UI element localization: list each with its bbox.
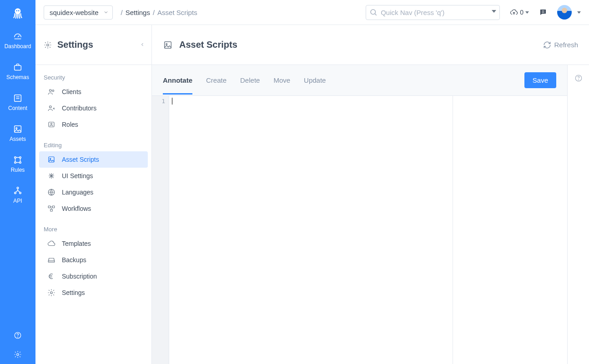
- sidebar-item-dashboard[interactable]: Dashboard: [0, 25, 35, 56]
- svg-point-38: [50, 292, 53, 294]
- nav-item-workflows[interactable]: Workflows: [39, 200, 148, 217]
- user-arrow-icon: [47, 104, 55, 112]
- nav-item-settings[interactable]: Settings: [39, 284, 148, 301]
- editor-code-area[interactable]: [169, 96, 453, 364]
- tab-update[interactable]: Update: [304, 66, 326, 94]
- refresh-icon: [543, 41, 551, 49]
- svg-rect-29: [49, 157, 54, 162]
- svg-point-8: [16, 128, 17, 129]
- nav-item-clients[interactable]: Clients: [39, 84, 148, 100]
- help-panel-button[interactable]: [574, 74, 583, 84]
- content-area: Asset Scripts Refresh Annotate Create De…: [152, 25, 589, 364]
- nav-item-label: Workflows: [62, 205, 91, 212]
- caret-down-icon: [525, 11, 529, 14]
- sidebar-item-label: API: [13, 198, 22, 204]
- sidebar-item-label: Schemas: [6, 74, 29, 80]
- gauge-icon: [13, 31, 23, 41]
- panel-title: Settings: [57, 40, 93, 50]
- primary-sidebar: Dashboard Schemas Content Assets Rules A…: [0, 0, 35, 364]
- tab-move[interactable]: Move: [273, 66, 290, 94]
- line-number: 1: [152, 98, 165, 105]
- euro-icon: [47, 272, 55, 280]
- nav-item-contributors[interactable]: Contributors: [39, 100, 148, 116]
- nav-item-ui-settings[interactable]: UI Settings: [39, 168, 148, 184]
- svg-point-25: [52, 90, 54, 92]
- tab-annotate[interactable]: Annotate: [163, 66, 192, 94]
- nav-item-languages[interactable]: Languages: [39, 184, 148, 200]
- section-label-security: Security: [35, 65, 151, 84]
- page-title: Asset Scripts: [179, 40, 537, 50]
- svg-rect-35: [48, 261, 55, 262]
- nav-item-label: Templates: [62, 240, 91, 247]
- svg-point-42: [578, 80, 579, 80]
- nav-item-label: Contributors: [62, 105, 96, 112]
- notifications-count: 0: [520, 9, 524, 16]
- sidebar-item-schemas[interactable]: Schemas: [0, 56, 35, 87]
- svg-point-1: [16, 10, 18, 11]
- gear-icon: [44, 41, 52, 49]
- save-button[interactable]: Save: [524, 72, 556, 88]
- breadcrumb-current: Asset Scripts: [157, 9, 197, 16]
- panel-collapse-button[interactable]: [140, 41, 145, 49]
- sidebar-item-assets[interactable]: Assets: [0, 118, 35, 149]
- quick-nav-input[interactable]: [366, 5, 500, 20]
- refresh-button[interactable]: Refresh: [543, 41, 578, 49]
- topbar: squidex-website / Settings / Asset Scrip…: [35, 0, 589, 25]
- tab-bar: Annotate Create Delete Move Update Save: [152, 65, 567, 96]
- nav-item-asset-scripts[interactable]: Asset Scripts: [39, 151, 148, 168]
- user-menu-caret[interactable]: [577, 11, 581, 14]
- svg-line-20: [375, 14, 377, 15]
- users-icon: [47, 88, 55, 96]
- nav-item-roles[interactable]: Roles: [39, 116, 148, 133]
- section-label-editing: Editing: [35, 133, 151, 151]
- tab-create[interactable]: Create: [206, 66, 227, 94]
- svg-point-26: [50, 106, 52, 108]
- chat-button[interactable]: [539, 8, 547, 16]
- nav-item-backups[interactable]: Backups: [39, 252, 148, 268]
- asterisk-icon: [47, 172, 55, 180]
- svg-point-0: [15, 8, 21, 14]
- svg-point-40: [166, 43, 167, 45]
- editor-right-panel: [453, 96, 567, 364]
- nav-item-label: Languages: [62, 189, 93, 196]
- svg-rect-39: [165, 41, 171, 48]
- svg-point-17: [18, 337, 18, 337]
- drive-icon: [47, 256, 55, 264]
- svg-point-23: [47, 44, 49, 46]
- tab-delete[interactable]: Delete: [240, 66, 260, 94]
- user-avatar[interactable]: [557, 5, 572, 20]
- content-right-rail: [567, 65, 589, 364]
- quick-nav: [366, 5, 500, 20]
- nav-item-templates[interactable]: Templates: [39, 235, 148, 252]
- image-icon: [13, 124, 23, 134]
- help-icon: [14, 331, 22, 339]
- sidebar-item-help[interactable]: [0, 326, 35, 345]
- settings-panel: Settings Security Clients Contributors: [35, 25, 152, 364]
- app-selector-value: squidex-website: [50, 9, 99, 16]
- breadcrumb-settings[interactable]: Settings: [126, 9, 150, 16]
- notifications-button[interactable]: 0: [510, 8, 529, 16]
- svg-rect-33: [52, 206, 55, 208]
- svg-rect-4: [15, 95, 21, 102]
- sidebar-item-settings[interactable]: [0, 345, 35, 364]
- svg-point-9: [15, 157, 16, 159]
- svg-point-2: [18, 10, 20, 11]
- svg-point-14: [15, 192, 16, 194]
- svg-point-10: [20, 157, 21, 159]
- sidebar-item-rules[interactable]: Rules: [0, 149, 35, 180]
- app-logo[interactable]: [0, 0, 35, 25]
- app-selector[interactable]: squidex-website: [44, 5, 113, 20]
- nav-item-label: Asset Scripts: [62, 156, 99, 163]
- nav-item-label: Settings: [62, 289, 85, 296]
- nav-item-subscription[interactable]: Subscription: [39, 268, 148, 284]
- code-editor[interactable]: 1: [152, 96, 567, 364]
- nav-item-label: UI Settings: [62, 172, 93, 180]
- globe-icon: [47, 188, 55, 196]
- sidebar-item-api[interactable]: API: [0, 180, 35, 210]
- sidebar-item-content[interactable]: Content: [0, 87, 35, 118]
- caret-down-icon: [492, 10, 496, 13]
- svg-rect-34: [50, 209, 53, 212]
- svg-point-15: [20, 192, 21, 194]
- svg-rect-3: [15, 65, 21, 70]
- nav-item-label: Backups: [62, 256, 86, 264]
